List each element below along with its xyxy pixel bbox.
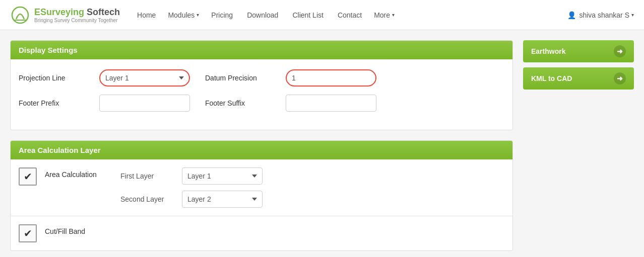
nav-download[interactable]: Download xyxy=(245,1,280,29)
form-row-1: Projection Line Layer 1 Layer 2 Layer 3 … xyxy=(19,69,504,87)
footer-prefix-group: Footer Prefix xyxy=(19,95,190,112)
footer-prefix-input[interactable] xyxy=(99,95,190,112)
second-layer-select[interactable]: Layer 1 Layer 2 Layer 3 xyxy=(182,191,263,208)
projection-line-label: Projection Line xyxy=(19,74,99,82)
kml-to-cad-arrow-icon: ➜ xyxy=(614,72,626,84)
navbar: ESurveying Softech Bringing Survey Commu… xyxy=(0,0,644,30)
checkmark-icon: ✔ xyxy=(24,170,32,183)
modules-dropdown-icon: ▾ xyxy=(197,12,199,18)
datum-precision-group: Datum Precision xyxy=(205,69,376,87)
area-calculation-row: ✔ Area Calculation First Layer Layer 1 L… xyxy=(11,159,512,216)
brand-tagline: Bringing Survey Community Together xyxy=(34,18,120,23)
datum-precision-label: Datum Precision xyxy=(205,74,286,82)
cut-fill-row: ✔ Cut/Fill Band xyxy=(11,216,512,250)
first-layer-label: First Layer xyxy=(120,172,176,180)
cut-fill-checkmark-icon: ✔ xyxy=(24,227,32,239)
brand-logo xyxy=(10,5,30,25)
user-dropdown-icon: ▾ xyxy=(631,12,634,18)
display-settings-card: Display Settings Projection Line Layer 1… xyxy=(10,40,513,130)
brand-text: ESurveying Softech Bringing Survey Commu… xyxy=(34,7,120,23)
datum-precision-input[interactable] xyxy=(286,69,376,87)
projection-line-select[interactable]: Layer 1 Layer 2 Layer 3 xyxy=(99,69,190,87)
kml-to-cad-label: KML to CAD xyxy=(531,74,572,82)
brand-name: ESurveying Softech xyxy=(34,7,120,18)
nav-user[interactable]: 👤 shiva shankar S ▾ xyxy=(567,11,634,19)
user-name: shiva shankar S xyxy=(579,11,629,19)
brand-e: E xyxy=(34,7,40,17)
area-calculation-card: Area Calculation Layer ✔ Area Calculatio… xyxy=(10,140,513,251)
brand-surveying: Surveying xyxy=(40,7,84,17)
second-layer-row: Second Layer Layer 1 Layer 2 Layer 3 xyxy=(120,191,263,208)
page-layout: Display Settings Projection Line Layer 1… xyxy=(0,30,644,257)
form-row-2: Footer Prefix Footer Suffix xyxy=(19,95,504,112)
earthwork-label: Earthwork xyxy=(531,47,565,55)
area-calculation-label: Area Calculation xyxy=(45,167,120,179)
footer-suffix-label: Footer Suffix xyxy=(205,99,286,107)
nav-client-list[interactable]: Client List xyxy=(290,1,325,29)
area-calculation-header: Area Calculation Layer xyxy=(11,141,512,159)
area-calculation-checkbox[interactable]: ✔ xyxy=(19,167,37,186)
display-settings-header: Display Settings xyxy=(11,41,512,59)
nav-contact[interactable]: Contact xyxy=(336,1,364,29)
user-icon: 👤 xyxy=(567,11,576,19)
main-content: Display Settings Projection Line Layer 1… xyxy=(10,40,513,257)
nav-links: Home Modules ▾ Pricing Download Client L… xyxy=(135,1,567,29)
earthwork-button[interactable]: Earthwork ➜ xyxy=(523,40,634,62)
projection-line-group: Projection Line Layer 1 Layer 2 Layer 3 xyxy=(19,69,190,87)
display-settings-body: Projection Line Layer 1 Layer 2 Layer 3 … xyxy=(11,59,512,130)
nav-home[interactable]: Home xyxy=(135,1,158,29)
brand: ESurveying Softech Bringing Survey Commu… xyxy=(10,5,120,25)
footer-prefix-label: Footer Prefix xyxy=(19,99,99,107)
nav-pricing[interactable]: Pricing xyxy=(209,1,235,29)
svg-point-0 xyxy=(12,7,28,23)
area-layers: First Layer Layer 1 Layer 2 Layer 3 Seco… xyxy=(120,167,263,208)
footer-suffix-input[interactable] xyxy=(286,95,376,112)
cut-fill-label: Cut/Fill Band xyxy=(45,224,120,235)
sidebar: Earthwork ➜ KML to CAD ➜ xyxy=(523,40,634,257)
nav-modules[interactable]: Modules ▾ xyxy=(168,11,199,19)
footer-suffix-group: Footer Suffix xyxy=(205,95,376,112)
first-layer-row: First Layer Layer 1 Layer 2 Layer 3 xyxy=(120,167,263,185)
more-dropdown-icon: ▾ xyxy=(392,12,395,18)
first-layer-select[interactable]: Layer 1 Layer 2 Layer 3 xyxy=(182,167,263,185)
brand-softech: Softech xyxy=(84,7,120,17)
nav-more[interactable]: More ▾ xyxy=(374,11,395,19)
cut-fill-checkbox[interactable]: ✔ xyxy=(19,224,37,242)
second-layer-label: Second Layer xyxy=(120,195,176,203)
earthwork-arrow-icon: ➜ xyxy=(614,45,626,57)
kml-to-cad-button[interactable]: KML to CAD ➜ xyxy=(523,67,634,90)
